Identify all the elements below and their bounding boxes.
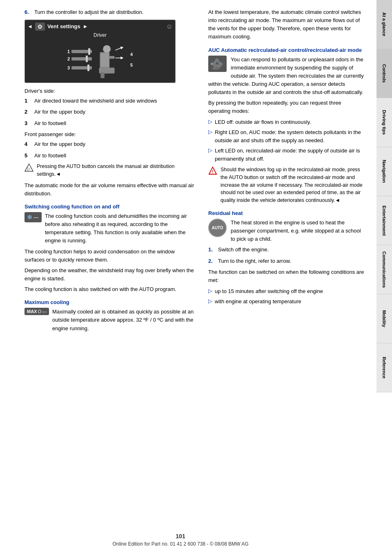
residual-icon-label: AUTO xyxy=(212,226,223,230)
sidebar-tab-controls[interactable]: Controls xyxy=(376,49,392,98)
passenger-item-4: 4 Air for the upper body xyxy=(24,140,196,148)
note-auto-text: Pressing the AUTO button cancels the man… xyxy=(37,163,196,178)
cooling-para3: Depending on the weather, the windshield… xyxy=(24,266,196,283)
condition-2-text: with engine at operating temperature xyxy=(215,298,301,306)
auc-bullet-2: ▷ Right LED on, AUC mode: the system det… xyxy=(208,128,364,144)
vent-driver-label: Driver xyxy=(27,32,173,38)
residual-icon-para: The heat stored in the engine is used to… xyxy=(208,219,364,243)
note-triangle-icon: ▷ xyxy=(24,163,33,172)
step-6-text: Turn the controller to adjust the air di… xyxy=(34,8,144,16)
residual-step-1-num: 1. xyxy=(208,246,216,254)
auc-bullet-3-text: Left LED on, recirculated-air mode: the … xyxy=(215,147,364,163)
conditions-text: The function can be switched on when the… xyxy=(208,268,364,284)
passenger-item-5: 5 Air to footwell xyxy=(24,152,196,160)
sidebar-tab-navigation[interactable]: Navigation xyxy=(376,147,392,196)
cooling-para1: The cooling function cools and dehumidif… xyxy=(45,212,196,245)
auc-fan-svg: ❄ AUC xyxy=(209,56,226,71)
automatic-mode-text: The automatic mode for the air volume re… xyxy=(24,181,196,198)
cooling-para4: The cooling function is also switched on… xyxy=(24,285,196,293)
driver-item-2: 2 Air for the upper body xyxy=(24,108,196,116)
item-3-text: Air to footwell xyxy=(34,119,66,128)
auc-para2: By pressing the button repeatedly, you c… xyxy=(208,99,364,115)
auc-icon-wrap: ❄ AUC xyxy=(208,56,227,72)
max-label: MAX xyxy=(27,309,37,314)
cooling-para2: The cooling function helps to avoid cond… xyxy=(24,248,196,264)
maximum-cooling-content: MAX O — Maximally cooled air is obtained… xyxy=(24,308,196,332)
residual-heading: Residual heat xyxy=(208,210,364,216)
residual-step-1-text: Switch off the engine. xyxy=(218,246,269,254)
bullet-arrow-2: ▷ xyxy=(208,129,212,135)
auc-para1: You can respond to pollutants or unpleas… xyxy=(208,56,364,97)
svg-line-6 xyxy=(116,47,122,50)
residual-step-2-num: 2. xyxy=(208,257,216,265)
max-icon: MAX O — xyxy=(24,308,49,315)
condition-1-text: up to 15 minutes after switching off the… xyxy=(215,287,323,295)
sidebar-tab-at-a-glance[interactable]: At a glance xyxy=(376,0,392,49)
max-dash: — xyxy=(42,309,47,314)
svg-point-12 xyxy=(216,62,218,65)
svg-rect-5 xyxy=(109,56,114,59)
svg-rect-2 xyxy=(100,53,109,67)
svg-point-1 xyxy=(103,45,111,53)
auc-bullet-2-text: Right LED on, AUC mode: the system detec… xyxy=(215,128,364,144)
snowflake-icon: ❄ xyxy=(27,213,32,221)
sidebar-tab-communications[interactable]: Communications xyxy=(376,245,392,294)
item-4-text: Air for the upper body xyxy=(34,140,85,148)
max-icon-wrap: MAX O — xyxy=(24,308,49,315)
item-5-text: Air to footwell xyxy=(34,152,66,160)
sidebar-tab-entertainment[interactable]: Entertainment xyxy=(376,196,392,245)
driver-item-1: 1 Air directed toward the windshield and… xyxy=(24,97,196,105)
condition-1: ▷ up to 15 minutes after switching off t… xyxy=(208,287,364,295)
step-6-number: 6. xyxy=(24,8,32,16)
condition-arrow-2: ▷ xyxy=(208,298,212,304)
driver-item-3: 3 Air to footwell xyxy=(24,119,196,128)
switching-cooling-content: ❄ — The cooling function cools and dehum… xyxy=(24,212,196,245)
footer-text: Online Edition for Part no. 01 41 2 600 … xyxy=(0,541,361,547)
item-1-text: Air directed toward the windshield and s… xyxy=(34,97,157,105)
auc-bullet-1-text: LED off: outside air flows in continuous… xyxy=(215,118,311,126)
auc-icon: ❄ AUC xyxy=(208,56,227,72)
auc-bullet-3: ▷ Left LED on, recirculated-air mode: th… xyxy=(208,147,364,163)
sidebar-tab-mobility[interactable]: Mobility xyxy=(376,294,392,343)
note-auto-box: ▷ Pressing the AUTO button cancels the m… xyxy=(24,163,196,178)
sidebar-tab-reference[interactable]: Reference xyxy=(376,343,392,392)
lowest-temp-text: At the lowest temperature, the automatic… xyxy=(208,8,364,41)
cooling-icon-wrap: ❄ — xyxy=(24,212,42,222)
vent-settings-image: ◄ ✿ Vent settings ► ☺ Driver xyxy=(24,20,176,83)
item-2-num: 2 xyxy=(24,108,32,116)
warning-triangle-icon: ! xyxy=(208,166,217,175)
item-4-num: 4 xyxy=(24,140,32,148)
bullet-arrow-3: ▷ xyxy=(208,147,212,153)
step-6: 6. Turn the controller to adjust the air… xyxy=(24,8,196,16)
page-number: 101 xyxy=(0,533,361,539)
item-1-num: 1 xyxy=(24,97,32,105)
warning-text: Should the windows fog up in the recircu… xyxy=(220,166,364,204)
svg-rect-4 xyxy=(100,72,105,78)
switching-cooling-heading: Switching cooling function on and off xyxy=(24,204,196,210)
sidebar: At a glance Controls Driving tips Naviga… xyxy=(376,0,392,555)
passenger-side-label: Front passenger side: xyxy=(24,130,196,139)
item-5-num: 5 xyxy=(24,152,32,160)
right-column: At the lowest temperature, the automatic… xyxy=(208,8,364,335)
residual-icon: AUTO xyxy=(208,219,227,237)
maximum-cooling-heading: Maximum cooling xyxy=(24,299,196,305)
dash-icon: — xyxy=(33,215,38,220)
residual-step-2-text: Turn to the right, refer to arrow. xyxy=(218,257,291,265)
person-diagram xyxy=(95,40,128,79)
vent-settings-title: Vent settings xyxy=(47,23,80,29)
auc-section: ❄ AUC You can respond to pollutants or u… xyxy=(208,56,364,99)
condition-arrow-1: ▷ xyxy=(208,288,212,294)
residual-step-1: 1. Switch off the engine. xyxy=(208,246,364,254)
warning-box: ! Should the windows fog up in the recir… xyxy=(208,166,364,204)
auc-bullet-1: ▷ LED off: outside air flows in continuo… xyxy=(208,118,364,126)
drivers-side-label: Driver's side: xyxy=(24,87,196,95)
max-o: O xyxy=(38,309,41,314)
page-footer: 101 Online Edition for Part no. 01 41 2 … xyxy=(0,533,361,547)
max-cooling-para: Maximally cooled air is obtained as quic… xyxy=(52,308,196,332)
svg-text:AUC: AUC xyxy=(213,67,220,70)
svg-text:▷: ▷ xyxy=(27,166,31,171)
svg-text:!: ! xyxy=(212,170,213,174)
cooling-icon: ❄ — xyxy=(24,212,42,222)
residual-step-2: 2. Turn to the right, refer to arrow. xyxy=(208,257,364,265)
sidebar-tab-driving-tips[interactable]: Driving tips xyxy=(376,98,392,147)
